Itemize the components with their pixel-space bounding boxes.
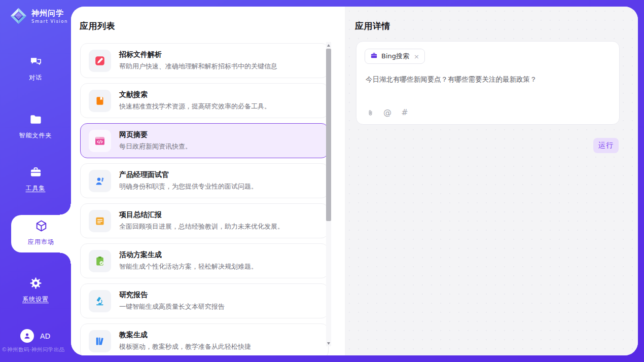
- paperclip-icon[interactable]: [366, 108, 375, 117]
- microscope-icon: [89, 290, 111, 312]
- sidebar-item-app-market[interactable]: 应用市场: [11, 219, 71, 246]
- toolbox-icon: [29, 171, 43, 181]
- app-card-2[interactable]: 网页摘要每日政府新闻资讯快查。: [80, 123, 329, 158]
- content-area: 应用列表 招标文件解析帮助用户快速、准确地理解和解析招标书中的关键信息文献搜索快…: [71, 7, 638, 355]
- tool-tag-bing-search[interactable]: Bing搜索 ×: [365, 49, 425, 64]
- user-chip[interactable]: AD: [20, 329, 50, 343]
- query-text[interactable]: 今日湖北有哪些新闻要点？有哪些需要关注的最新政策？: [366, 74, 610, 84]
- avatar: [20, 329, 34, 343]
- app-card-title: 研究报告: [119, 291, 225, 300]
- sidebar-item-label: 应用市场: [11, 238, 71, 246]
- mention-icon[interactable]: @: [383, 108, 392, 117]
- app-card-description: 帮助用户快速、准确地理解和解析招标书中的关键信息: [119, 62, 277, 71]
- prompt-card: Bing搜索 × 今日湖北有哪些新闻要点？有哪些需要关注的最新政策？ @#: [356, 41, 620, 125]
- contract-edit-icon: [89, 50, 111, 72]
- scroll-up-icon[interactable]: [326, 42, 331, 48]
- app-card-title: 产品经理面试官: [119, 170, 258, 179]
- scroll-down-icon[interactable]: [326, 340, 331, 346]
- app-card-description: 每日政府新闻资讯快查。: [119, 142, 192, 151]
- app-card-3[interactable]: 产品经理面试官明确身份和职责，为您提供专业性的面试问题。: [80, 163, 329, 198]
- app-card-title: 活动方案生成: [119, 250, 258, 260]
- sidebar-item-chat[interactable]: 对话: [0, 55, 71, 82]
- app-detail-title: 应用详情: [355, 20, 390, 32]
- cube-icon: [34, 225, 48, 235]
- copyright: ©神州数码·神州问学出品: [2, 346, 73, 353]
- app-card-description: 智能生成个性化活动方案，轻松解决规划难题。: [119, 262, 258, 271]
- app-card-1[interactable]: 文献搜索快速精准查找学术资源，提高研究效率的必备工具。: [80, 83, 329, 118]
- app-card-title: 项目总结汇报: [119, 210, 284, 220]
- app-card-description: 一键智能生成高质量长文本研究报告: [119, 302, 225, 311]
- app-card-0[interactable]: 招标文件解析帮助用户快速、准确地理解和解析招标书中的关键信息: [80, 43, 329, 78]
- bubble-fillet-bottom: [60, 252, 71, 264]
- app-card-description: 快速精准查找学术资源，提高研究效率的必备工具。: [119, 102, 271, 111]
- hash-icon[interactable]: #: [400, 108, 409, 117]
- book-icon: [89, 90, 111, 112]
- app-card-5[interactable]: 活动方案生成智能生成个性化活动方案，轻松解决规划难题。: [80, 243, 329, 278]
- sidebar-item-system-settings[interactable]: 系统设置: [0, 276, 71, 304]
- webpage-code-icon: [89, 130, 111, 152]
- sidebar-item-label: 工具集: [0, 184, 71, 193]
- sidebar: 神州问学 Smart Vision 对话智能文件夹工具集应用市场系统设置 AD …: [0, 0, 71, 362]
- folder-icon: [29, 119, 43, 128]
- app-card-7[interactable]: 教案生成模板驱动，教案秒成，教学准备从此轻松快捷: [80, 323, 329, 355]
- tool-tag-label: Bing搜索: [381, 52, 409, 61]
- prompt-toolbar: @#: [366, 108, 409, 117]
- user-name: AD: [40, 332, 50, 340]
- app-detail-panel: 应用详情 Bing搜索 × 今日湖北有哪些新闻要点？有哪些需要关注的最新政策？ …: [345, 7, 638, 355]
- books-icon: [89, 330, 111, 352]
- scrollbar-thumb[interactable]: [326, 49, 331, 221]
- sidebar-item-label: 系统设置: [0, 295, 71, 304]
- brand-logo-icon: [9, 7, 28, 25]
- sidebar-item-smart-folder[interactable]: 智能文件夹: [0, 113, 71, 140]
- app-list-scrollbar[interactable]: [326, 42, 331, 346]
- interviewer-icon: [89, 170, 111, 192]
- sidebar-item-toolset[interactable]: 工具集: [0, 165, 71, 193]
- app-card-title: 文献搜索: [119, 90, 271, 99]
- app-list-panel: 应用列表 招标文件解析帮助用户快速、准确地理解和解析招标书中的关键信息文献搜索快…: [71, 7, 345, 355]
- report-calendar-icon: [89, 210, 111, 232]
- brand-subtitle: Smart Vision: [31, 19, 68, 24]
- sidebar-item-label: 对话: [0, 74, 71, 82]
- app-card-list: 招标文件解析帮助用户快速、准确地理解和解析招标书中的关键信息文献搜索快速精准查找…: [80, 43, 329, 355]
- run-button[interactable]: 运行: [593, 138, 619, 153]
- app-card-title: 教案生成: [119, 331, 251, 340]
- app-card-6[interactable]: 研究报告一键智能生成高质量长文本研究报告: [80, 283, 329, 318]
- app-list-title: 应用列表: [80, 20, 115, 32]
- briefcase-icon: [370, 52, 378, 61]
- sidebar-item-label: 智能文件夹: [0, 131, 71, 140]
- app-card-title: 网页摘要: [119, 130, 192, 139]
- close-icon[interactable]: ×: [414, 53, 419, 60]
- app-card-4[interactable]: 项目总结汇报全面回顾项目进展，总结经验教训，助力未来优化发展。: [80, 203, 329, 238]
- brand-name: 神州问学: [31, 9, 68, 18]
- app-card-title: 招标文件解析: [119, 50, 277, 59]
- brand: 神州问学 Smart Vision: [9, 7, 68, 25]
- gear-icon: [29, 282, 43, 292]
- app-card-description: 全面回顾项目进展，总结经验教训，助力未来优化发展。: [119, 222, 284, 231]
- app-card-description: 模板驱动，教案秒成，教学准备从此轻松快捷: [119, 342, 251, 351]
- chat-icon: [29, 61, 43, 70]
- app-card-description: 明确身份和职责，为您提供专业性的面试问题。: [119, 182, 258, 191]
- clipboard-check-icon: [89, 250, 111, 272]
- bubble-fillet-top: [60, 204, 71, 215]
